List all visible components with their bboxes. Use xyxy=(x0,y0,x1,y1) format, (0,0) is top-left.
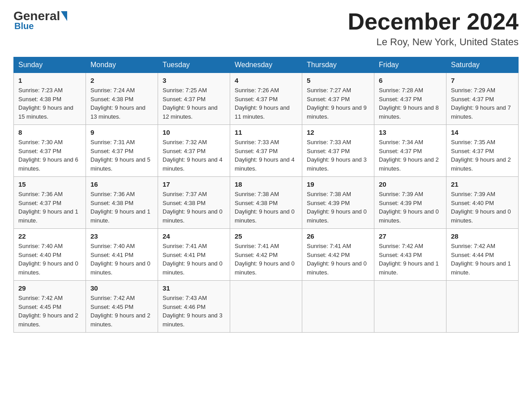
day-number: 19 xyxy=(307,180,369,188)
day-info: Sunrise: 7:33 AMSunset: 4:37 PMDaylight:… xyxy=(307,139,367,172)
day-info: Sunrise: 7:43 AMSunset: 4:46 PMDaylight:… xyxy=(163,295,223,328)
day-number: 21 xyxy=(451,180,514,188)
day-info: Sunrise: 7:25 AMSunset: 4:37 PMDaylight:… xyxy=(163,87,218,120)
table-row: 10 Sunrise: 7:32 AMSunset: 4:37 PMDaylig… xyxy=(158,125,230,177)
day-number: 11 xyxy=(235,128,297,136)
day-info: Sunrise: 7:42 AMSunset: 4:43 PMDaylight:… xyxy=(379,243,439,276)
day-number: 8 xyxy=(18,128,81,136)
month-title: December 2024 xyxy=(348,9,519,34)
day-info: Sunrise: 7:40 AMSunset: 4:41 PMDaylight:… xyxy=(90,243,150,276)
table-row: 2 Sunrise: 7:24 AMSunset: 4:38 PMDayligh… xyxy=(86,73,158,125)
day-info: Sunrise: 7:38 AMSunset: 4:38 PMDaylight:… xyxy=(235,191,295,224)
title-area: December 2024 Le Roy, New York, United S… xyxy=(348,9,519,48)
table-row: 19 Sunrise: 7:38 AMSunset: 4:39 PMDaylig… xyxy=(302,177,374,229)
table-row: 29 Sunrise: 7:42 AMSunset: 4:45 PMDaylig… xyxy=(14,281,86,333)
table-row: 27 Sunrise: 7:42 AMSunset: 4:43 PMDaylig… xyxy=(374,229,446,281)
day-info: Sunrise: 7:42 AMSunset: 4:44 PMDaylight:… xyxy=(451,243,511,276)
day-number: 17 xyxy=(163,180,225,188)
table-row: 28 Sunrise: 7:42 AMSunset: 4:44 PMDaylig… xyxy=(446,229,519,281)
table-row: 7 Sunrise: 7:29 AMSunset: 4:37 PMDayligh… xyxy=(446,73,519,125)
table-row: 24 Sunrise: 7:41 AMSunset: 4:41 PMDaylig… xyxy=(158,229,230,281)
table-row: 20 Sunrise: 7:39 AMSunset: 4:39 PMDaylig… xyxy=(374,177,446,229)
day-number: 13 xyxy=(379,128,442,136)
day-info: Sunrise: 7:41 AMSunset: 4:42 PMDaylight:… xyxy=(307,243,367,276)
day-info: Sunrise: 7:38 AMSunset: 4:39 PMDaylight:… xyxy=(307,191,367,224)
table-row: 1 Sunrise: 7:23 AMSunset: 4:38 PMDayligh… xyxy=(14,73,86,125)
day-number: 6 xyxy=(379,77,442,84)
table-row xyxy=(446,281,519,333)
calendar-week-row: 22 Sunrise: 7:40 AMSunset: 4:40 PMDaylig… xyxy=(14,229,519,281)
day-number: 30 xyxy=(90,284,153,292)
table-row: 14 Sunrise: 7:35 AMSunset: 4:37 PMDaylig… xyxy=(446,125,519,177)
calendar-week-row: 1 Sunrise: 7:23 AMSunset: 4:38 PMDayligh… xyxy=(14,73,519,125)
calendar-header-row: SundayMondayTuesdayWednesdayThursdayFrid… xyxy=(14,57,519,73)
day-of-week-header: Thursday xyxy=(302,57,374,73)
table-row: 25 Sunrise: 7:41 AMSunset: 4:42 PMDaylig… xyxy=(230,229,302,281)
day-info: Sunrise: 7:33 AMSunset: 4:37 PMDaylight:… xyxy=(235,139,295,172)
calendar-week-row: 15 Sunrise: 7:36 AMSunset: 4:37 PMDaylig… xyxy=(14,177,519,229)
table-row: 30 Sunrise: 7:42 AMSunset: 4:45 PMDaylig… xyxy=(86,281,158,333)
day-number: 22 xyxy=(18,232,81,240)
day-of-week-header: Tuesday xyxy=(158,57,230,73)
calendar-week-row: 8 Sunrise: 7:30 AMSunset: 4:37 PMDayligh… xyxy=(14,125,519,177)
day-info: Sunrise: 7:39 AMSunset: 4:39 PMDaylight:… xyxy=(379,191,439,224)
table-row: 8 Sunrise: 7:30 AMSunset: 4:37 PMDayligh… xyxy=(14,125,86,177)
table-row: 22 Sunrise: 7:40 AMSunset: 4:40 PMDaylig… xyxy=(14,229,86,281)
day-info: Sunrise: 7:34 AMSunset: 4:37 PMDaylight:… xyxy=(379,139,439,172)
day-number: 15 xyxy=(18,180,81,188)
table-row: 23 Sunrise: 7:40 AMSunset: 4:41 PMDaylig… xyxy=(86,229,158,281)
table-row: 13 Sunrise: 7:34 AMSunset: 4:37 PMDaylig… xyxy=(374,125,446,177)
day-number: 27 xyxy=(379,232,442,240)
day-info: Sunrise: 7:36 AMSunset: 4:38 PMDaylight:… xyxy=(90,191,150,224)
day-number: 29 xyxy=(18,284,81,292)
table-row xyxy=(302,281,374,333)
day-info: Sunrise: 7:23 AMSunset: 4:38 PMDaylight:… xyxy=(18,87,73,120)
day-info: Sunrise: 7:32 AMSunset: 4:37 PMDaylight:… xyxy=(163,139,223,172)
day-number: 12 xyxy=(307,128,369,136)
table-row: 12 Sunrise: 7:33 AMSunset: 4:37 PMDaylig… xyxy=(302,125,374,177)
location-title: Le Roy, New York, United States xyxy=(348,36,519,48)
table-row: 31 Sunrise: 7:43 AMSunset: 4:46 PMDaylig… xyxy=(158,281,230,333)
table-row: 11 Sunrise: 7:33 AMSunset: 4:37 PMDaylig… xyxy=(230,125,302,177)
day-info: Sunrise: 7:28 AMSunset: 4:37 PMDaylight:… xyxy=(379,87,439,120)
day-number: 14 xyxy=(451,128,514,136)
logo-triangle-icon xyxy=(61,11,67,21)
day-of-week-header: Wednesday xyxy=(230,57,302,73)
day-number: 2 xyxy=(90,77,153,84)
day-number: 3 xyxy=(163,77,225,84)
day-number: 26 xyxy=(307,232,369,240)
day-number: 4 xyxy=(235,77,297,84)
day-number: 25 xyxy=(235,232,297,240)
day-number: 24 xyxy=(163,232,225,240)
table-row: 6 Sunrise: 7:28 AMSunset: 4:37 PMDayligh… xyxy=(374,73,446,125)
day-of-week-header: Friday xyxy=(374,57,446,73)
day-of-week-header: Sunday xyxy=(14,57,86,73)
day-number: 7 xyxy=(451,77,514,84)
day-info: Sunrise: 7:41 AMSunset: 4:41 PMDaylight:… xyxy=(163,243,223,276)
day-number: 16 xyxy=(90,180,153,188)
table-row: 18 Sunrise: 7:38 AMSunset: 4:38 PMDaylig… xyxy=(230,177,302,229)
table-row: 4 Sunrise: 7:26 AMSunset: 4:37 PMDayligh… xyxy=(230,73,302,125)
day-info: Sunrise: 7:40 AMSunset: 4:40 PMDaylight:… xyxy=(18,243,78,276)
table-row: 16 Sunrise: 7:36 AMSunset: 4:38 PMDaylig… xyxy=(86,177,158,229)
table-row: 26 Sunrise: 7:41 AMSunset: 4:42 PMDaylig… xyxy=(302,229,374,281)
day-info: Sunrise: 7:27 AMSunset: 4:37 PMDaylight:… xyxy=(307,87,367,120)
day-info: Sunrise: 7:42 AMSunset: 4:45 PMDaylight:… xyxy=(18,295,78,328)
table-row: 5 Sunrise: 7:27 AMSunset: 4:37 PMDayligh… xyxy=(302,73,374,125)
day-number: 5 xyxy=(307,77,369,84)
logo-blue-text: Blue xyxy=(14,21,34,31)
day-number: 18 xyxy=(235,180,297,188)
day-number: 20 xyxy=(379,180,442,188)
day-info: Sunrise: 7:39 AMSunset: 4:40 PMDaylight:… xyxy=(451,191,511,224)
day-number: 28 xyxy=(451,232,514,240)
day-number: 31 xyxy=(163,284,225,292)
logo: General Blue xyxy=(13,9,68,31)
table-row: 9 Sunrise: 7:31 AMSunset: 4:37 PMDayligh… xyxy=(86,125,158,177)
day-of-week-header: Saturday xyxy=(446,57,519,73)
day-number: 9 xyxy=(90,128,153,136)
day-of-week-header: Monday xyxy=(86,57,158,73)
day-number: 10 xyxy=(163,128,225,136)
table-row xyxy=(230,281,302,333)
day-info: Sunrise: 7:26 AMSunset: 4:37 PMDaylight:… xyxy=(235,87,290,120)
table-row: 3 Sunrise: 7:25 AMSunset: 4:37 PMDayligh… xyxy=(158,73,230,125)
